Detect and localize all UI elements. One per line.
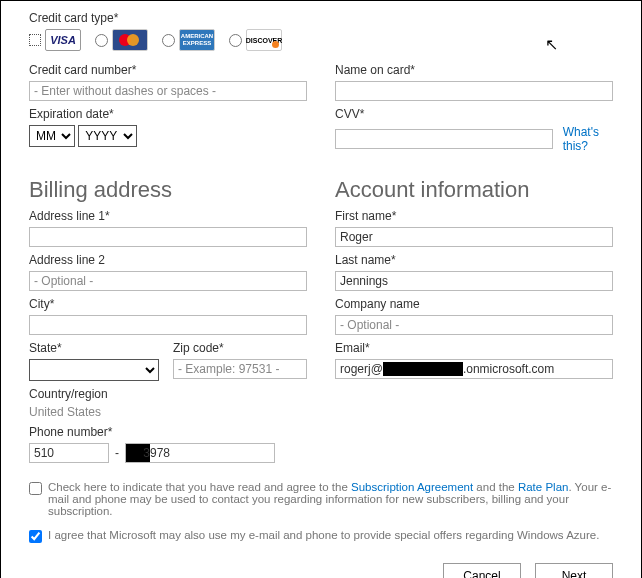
expiration-label: Expiration date*: [29, 107, 307, 121]
card-type-group: VISA AMERICAN EXPRESS DISCOVER: [29, 29, 613, 51]
email-domain: .onmicrosoft.com: [463, 362, 554, 376]
state-label: State*: [29, 341, 159, 355]
first-name-label: First name*: [335, 209, 613, 223]
visa-icon: VISA: [45, 29, 81, 51]
radio-icon: [162, 34, 175, 47]
rate-plan-link[interactable]: Rate Plan: [518, 481, 569, 493]
mastercard-icon: [112, 29, 148, 51]
card-option-discover[interactable]: DISCOVER: [229, 29, 282, 51]
email-input[interactable]: rogerj@XXXXXXXXXX.onmicrosoft.com: [335, 359, 613, 379]
phone-label: Phone number*: [29, 425, 307, 439]
exp-month-select[interactable]: MM: [29, 125, 75, 147]
name-on-card-label: Name on card*: [335, 63, 613, 77]
cvv-label: CVV*: [335, 107, 613, 121]
card-type-label: Credit card type*: [29, 11, 613, 25]
state-select[interactable]: [29, 359, 159, 381]
email-redacted: XXXXXXXXXX: [383, 362, 463, 376]
company-input[interactable]: [335, 315, 613, 335]
agree-terms-text: Check here to indicate that you have rea…: [48, 481, 613, 517]
card-option-amex[interactable]: AMERICAN EXPRESS: [162, 29, 215, 51]
last-name-input[interactable]: [335, 271, 613, 291]
card-number-label: Credit card number*: [29, 63, 307, 77]
card-option-mastercard[interactable]: [95, 29, 148, 51]
radio-icon: [229, 34, 242, 47]
cvv-help-link[interactable]: What's this?: [563, 125, 613, 153]
first-name-input[interactable]: [335, 227, 613, 247]
addr2-input[interactable]: [29, 271, 307, 291]
card-number-input[interactable]: [29, 81, 307, 101]
country-label: Country/region: [29, 387, 307, 401]
country-value: United States: [29, 405, 307, 419]
addr2-label: Address line 2: [29, 253, 307, 267]
amex-icon: AMERICAN EXPRESS: [179, 29, 215, 51]
last-name-label: Last name*: [335, 253, 613, 267]
phone-number-input[interactable]: [125, 443, 275, 463]
email-label: Email*: [335, 341, 613, 355]
cvv-input[interactable]: [335, 129, 553, 149]
agree-terms-checkbox[interactable]: [29, 482, 42, 495]
name-on-card-input[interactable]: [335, 81, 613, 101]
addr1-input[interactable]: [29, 227, 307, 247]
zip-label: Zip code*: [173, 341, 307, 355]
phone-dash: -: [115, 446, 119, 460]
subscription-agreement-link[interactable]: Subscription Agreement: [351, 481, 473, 493]
city-label: City*: [29, 297, 307, 311]
addr1-label: Address line 1*: [29, 209, 307, 223]
account-heading: Account information: [335, 177, 613, 203]
agree-offers-text: I agree that Microsoft may also use my e…: [48, 529, 599, 541]
zip-input[interactable]: [173, 359, 307, 379]
email-prefix: rogerj@: [340, 362, 383, 376]
discover-icon: DISCOVER: [246, 29, 282, 51]
phone-area-input[interactable]: [29, 443, 109, 463]
next-button[interactable]: Next: [535, 563, 613, 578]
radio-icon: [95, 34, 108, 47]
city-input[interactable]: [29, 315, 307, 335]
company-label: Company name: [335, 297, 613, 311]
billing-heading: Billing address: [29, 177, 307, 203]
card-option-visa[interactable]: VISA: [29, 29, 81, 51]
cancel-button[interactable]: Cancel: [443, 563, 521, 578]
agree-offers-checkbox[interactable]: [29, 530, 42, 543]
radio-icon: [29, 34, 41, 46]
exp-year-select[interactable]: YYYY: [78, 125, 137, 147]
